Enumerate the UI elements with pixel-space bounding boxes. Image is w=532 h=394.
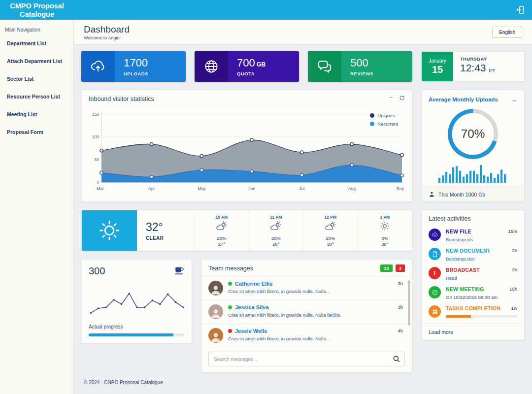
main-area: Dashboard Welcome to Angie! English 1700… <box>74 20 532 394</box>
sidebar-item-meeting-list[interactable]: Meeting List <box>0 105 73 123</box>
cloud-upload-icon <box>429 229 441 241</box>
team-messages-card: Team messages 133 Catherine EllisCras si… <box>201 259 412 373</box>
message-text: Cras sit amet nibh libero, in gravida nu… <box>228 312 393 318</box>
forecast-temp: 27° <box>218 241 225 247</box>
grid-icon <box>429 305 441 318</box>
weather-card: 32° CLEAR 10 AM20%27°11 AM30%28°12 PM20%… <box>81 210 412 251</box>
stat-card-uploads[interactable]: 1700UPLOADS <box>81 51 186 82</box>
forecast-1-pm[interactable]: 1 PM0%30° <box>358 210 412 251</box>
copyright-footer: © 2024 - CNPO Proposal Catalogue <box>81 373 525 385</box>
svg-text:0: 0 <box>97 180 99 185</box>
activity-label: BROADCAST <box>446 267 480 273</box>
language-button[interactable]: English <box>492 27 522 38</box>
message-time: 3h <box>398 304 403 310</box>
activities-title: Latest activities <box>422 215 524 224</box>
stat-value: 1700 <box>124 57 186 69</box>
cloud-upload-icon <box>81 51 115 82</box>
activity-time: 15m <box>508 229 517 234</box>
search-icon[interactable] <box>393 355 400 363</box>
message-time: 4h <box>398 328 403 333</box>
uploads-title: Average Monthly Uploads <box>429 97 498 102</box>
avatar <box>208 281 223 296</box>
chat-icon <box>308 51 341 82</box>
sidebar-item-resource-person-list[interactable]: Resource Person List <box>0 88 73 105</box>
activity-item-tasks-completion[interactable]: TASKS COMPLETION1w <box>422 301 524 319</box>
forecast-11-am[interactable]: 11 AM30%28° <box>249 210 303 251</box>
activity-item-new-file[interactable]: NEW FILE15mBootstrap.xls <box>422 224 524 243</box>
activity-label: NEW FILE <box>446 229 471 234</box>
message-row-catherine-ellis[interactable]: Catherine EllisCras sit amet nibh libero… <box>201 276 412 300</box>
status-dot <box>228 305 232 309</box>
page-title: Dashboard <box>84 24 130 35</box>
sidebar-item-proposal-form[interactable]: Proposal Form <box>0 123 73 141</box>
inbound-visitors-chart: 050100150MarAprMayJunJulAugSep <box>89 106 405 196</box>
message-row-jessica-silva[interactable]: Jessica SilvaCras sit amet nibh libero, … <box>201 300 412 324</box>
message-sender[interactable]: Jessica Silva <box>235 304 269 310</box>
stat-card-quota[interactable]: 700 GBQUOTA <box>195 51 299 82</box>
status-dot <box>228 282 232 286</box>
activity-item-new-document[interactable]: NEW DOCUMENT2hBootstrap.doc <box>422 243 524 263</box>
arrow-right-icon[interactable]: → <box>510 96 517 103</box>
collapse-icon[interactable]: − <box>389 95 393 101</box>
forecast-temp: 28° <box>272 241 279 247</box>
scrollbar[interactable] <box>408 280 410 326</box>
message-sender[interactable]: Catherine Ellis <box>235 281 272 287</box>
svg-text:May: May <box>198 186 206 191</box>
message-sender[interactable]: Jessie Wells <box>235 328 267 334</box>
page-subtitle: Welcome to Angie! <box>84 35 130 40</box>
forecast-time: 12 PM <box>324 215 336 220</box>
forecast-12-pm[interactable]: 12 PM20%30° <box>303 210 358 251</box>
svg-text:150: 150 <box>92 112 99 117</box>
stat-value: 700 GB <box>237 57 299 69</box>
message-time: 3h <box>398 281 403 286</box>
dashboard-content: 1700UPLOADS700 GBQUOTA500REVIEWS January… <box>74 44 532 394</box>
hourly-forecast: 10 AM20%27°11 AM30%28°12 PM20%30°1 PM0%3… <box>194 210 412 251</box>
inbound-chart-title: Inbound visitor statistics <box>89 96 405 102</box>
message-search <box>208 352 405 366</box>
cloud-sun-icon <box>269 220 282 235</box>
svg-text:Aug: Aug <box>348 186 356 191</box>
cloud-sun-icon <box>324 220 337 235</box>
stat-value: 500 <box>350 57 412 69</box>
current-condition: CLEAR <box>146 235 194 241</box>
forecast-time: 11 AM <box>270 215 282 220</box>
chart-legend: UniquesRecurrent <box>370 113 398 127</box>
forecast-precip: 30% <box>271 235 281 241</box>
stat-card-reviews[interactable]: 500REVIEWS <box>308 51 412 82</box>
actual-progress-chart <box>89 281 185 319</box>
uploads-footer-text: This Month 1000 Gb <box>438 192 485 197</box>
stat-cards-row: 1700UPLOADS700 GBQUOTA500REVIEWS <box>81 51 412 82</box>
messages-title: Team messages <box>208 265 253 272</box>
donut-percent-label: 70% <box>461 127 485 140</box>
person-upload-icon <box>429 191 435 197</box>
message-count-badge: 13 <box>380 264 393 272</box>
activity-item-broadcast[interactable]: !BROADCAST3hRead <box>422 263 524 282</box>
message-count-badge: 3 <box>396 264 405 272</box>
document-icon <box>429 248 441 260</box>
progress-card-value: 300 <box>89 265 105 277</box>
svg-text:Apr: Apr <box>148 186 155 191</box>
sidebar-item-attach-deparment-list[interactable]: Attach Deparment List <box>0 52 73 70</box>
forecast-precip: 0% <box>381 235 388 241</box>
refresh-icon[interactable] <box>399 95 405 101</box>
sidebar-item-sector-list[interactable]: Sector List <box>0 70 73 88</box>
logout-icon[interactable] <box>515 5 525 15</box>
message-badges: 133 <box>377 264 405 272</box>
svg-text:Jun: Jun <box>248 186 255 191</box>
date-weekday: THURSDAY <box>460 56 495 62</box>
search-input[interactable] <box>208 352 405 366</box>
forecast-time: 1 PM <box>380 215 390 220</box>
message-row-jessie-wells[interactable]: Jessie WellsCras sit amet nibh libero, i… <box>201 324 412 347</box>
load-more-link[interactable]: Load more <box>422 324 524 340</box>
status-dot <box>228 329 232 333</box>
sun-icon[interactable] <box>82 210 137 251</box>
stat-label: QUOTA <box>237 71 299 76</box>
sidebar-nav: Department ListAttach Deparment ListSect… <box>0 34 73 141</box>
sidebar-item-department-list[interactable]: Department List <box>0 34 73 52</box>
clock-meridiem: pm <box>489 67 495 72</box>
legend-label: Uniques <box>377 113 395 118</box>
activity-item-new-meeting[interactable]: NEW MEETING15hOn 10/22/2015 09:00 am <box>422 282 524 301</box>
monthly-uploads-card: Average Monthly Uploads → 70% <box>421 90 525 202</box>
forecast-10-am[interactable]: 10 AM20%27° <box>194 210 249 251</box>
activity-label: NEW DOCUMENT <box>446 248 490 254</box>
